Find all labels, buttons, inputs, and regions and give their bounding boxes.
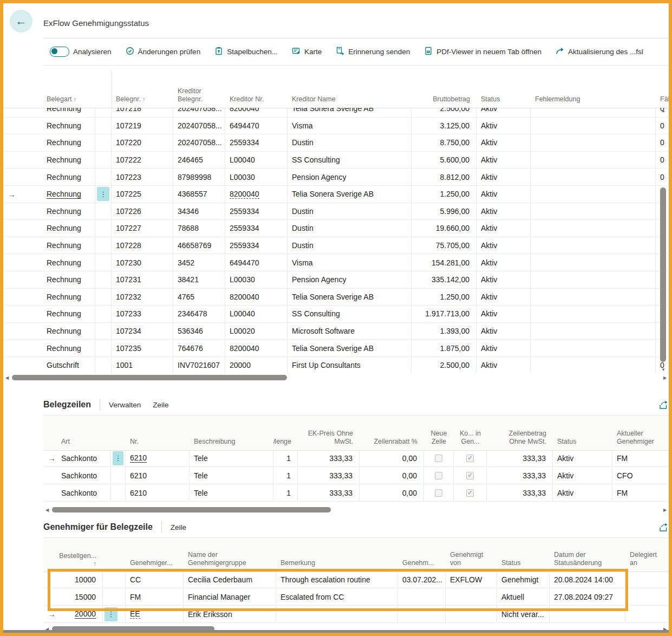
cell-beschreibung[interactable]: Tele [190, 484, 273, 501]
cell-belegart[interactable]: Rechnung [42, 108, 95, 117]
table-row[interactable]: Rechnung1072332346478L00040SS Consulting… [3, 306, 669, 323]
cell-fehlermeldung[interactable] [531, 306, 656, 322]
cell-belegnr[interactable]: 107223 [112, 168, 173, 185]
cell-kreditor-belegnr[interactable]: 87989998 [173, 168, 225, 185]
column-header-aktueller-genehmiger[interactable]: Aktueller Genehmiger [612, 416, 666, 450]
cell-kreditor-name[interactable]: Pension Agency [288, 271, 412, 288]
cell-status[interactable]: Aktiv [477, 203, 531, 220]
table-row[interactable]: →Sachkonto⋮6210Tele1333,330,00✓333,33Akt… [43, 450, 669, 467]
cell-genehmigt-am[interactable] [398, 588, 446, 605]
cell-fehlermeldung[interactable] [531, 168, 656, 185]
row-context-menu-button[interactable]: ⋮ [105, 607, 118, 621]
cell-bruttobetrag[interactable]: 1.875,00 [412, 340, 477, 356]
belegzeilen-menu-verwalten[interactable]: Verwalten [109, 401, 141, 409]
cell-belegnr[interactable]: 107226 [112, 203, 173, 220]
column-header-nr[interactable]: Nr. [126, 416, 190, 450]
cell-fehlermeldung[interactable] [531, 152, 656, 168]
cell-kreditor-belegnr[interactable]: 3452 [173, 254, 225, 271]
checkbox-neue-zeile[interactable] [435, 472, 442, 479]
cell-zeilenrabatt[interactable]: 0,00 [360, 484, 424, 501]
belegzeilen-menu-zeile[interactable]: Zeile [153, 401, 168, 409]
cell-kreditor-name[interactable]: Pension Agency [288, 168, 412, 185]
cell-kreditor-belegnr[interactable]: 202407058... [173, 134, 225, 151]
cell-kreditor-nr[interactable]: L00030 [225, 168, 288, 185]
table-row[interactable]: Rechnung107228466587692559334Dustin75.70… [3, 237, 669, 255]
cell-ek-preis[interactable]: 333,33 [298, 450, 360, 466]
table-row[interactable]: →20000⋮EEErik ErikssonNicht verar... [43, 606, 669, 623]
cell-art[interactable]: Sachkonto [57, 484, 111, 501]
card-button[interactable]: Karte [292, 47, 322, 57]
column-header-status[interactable]: Status [553, 416, 612, 450]
cell-kreditor-name[interactable]: First Up Consultants [288, 357, 412, 373]
cell-fehlermeldung[interactable] [531, 237, 656, 254]
table-row[interactable]: Rechnung107220202407058...2559334Dustin8… [3, 134, 669, 152]
checkbox-neue-zeile[interactable] [435, 489, 442, 497]
cell-bruttobetrag[interactable]: 2.500,00 [412, 357, 477, 373]
cell-belegart[interactable]: Rechnung [42, 340, 95, 356]
cell-fehlermeldung[interactable] [531, 340, 656, 356]
horizontal-scrollbar[interactable]: ◀ ▶ [3, 374, 669, 381]
genehmiger-menu-zeile[interactable]: Zeile [171, 523, 186, 531]
cell-genehmigt-von[interactable] [446, 606, 497, 622]
cell-belegart[interactable]: Rechnung [42, 152, 95, 168]
cell-bestellgen[interactable]: 20000 [57, 606, 103, 622]
cell-datum-statusaenderung[interactable] [550, 606, 625, 622]
cell-art[interactable]: Sachkonto [57, 450, 111, 466]
table-row[interactable]: Gutschrift1001INV702160720000First Up Co… [3, 357, 669, 373]
cell-status[interactable]: Aktiv [477, 220, 531, 237]
cell-status[interactable]: Aktiv [477, 271, 531, 288]
cell-kreditor-nr[interactable]: 6494470 [225, 118, 288, 134]
table-row[interactable]: Rechnung107219202407058...6494470Visma3.… [3, 118, 669, 135]
column-header-bestellgen[interactable]: Bestellgen...↑ [57, 538, 103, 572]
cell-belegart[interactable]: Rechnung [42, 168, 95, 185]
cell-genehmiger[interactable]: FM [126, 588, 184, 605]
cell-kreditor-name[interactable]: Telia Sonera Sverige AB [288, 186, 412, 203]
cell-zeilenrabatt[interactable]: 0,00 [360, 450, 424, 466]
cell-aktueller-genehmiger[interactable]: CFO [612, 467, 666, 484]
cell-fehlermeldung[interactable] [531, 118, 656, 134]
cell-status[interactable]: Aktiv [477, 168, 531, 185]
column-header-zeilenbetrag[interactable]: Zeilenbetrag Ohne MwSt. [487, 416, 553, 450]
cell-status[interactable]: Aktiv [553, 484, 612, 501]
cell-kreditor-nr[interactable]: L00030 [225, 271, 288, 288]
column-header-art[interactable]: Art [57, 416, 111, 450]
column-header-bemerkung[interactable]: Bemerkung [276, 538, 398, 572]
cell-belegnr[interactable]: 107225 [112, 186, 173, 203]
vertical-scrollbar[interactable]: ▲ ▼ [660, 108, 667, 375]
cell-kreditor-belegnr[interactable]: 246465 [173, 152, 225, 168]
table-row[interactable]: Rechnung107234536346L00020Microsoft Soft… [3, 323, 669, 340]
horizontal-scroll-thumb[interactable] [12, 375, 287, 380]
scroll-right-icon[interactable]: ▶ [661, 508, 669, 512]
cell-belegnr[interactable]: 107228 [112, 237, 173, 254]
cell-status[interactable]: Aktiv [477, 186, 531, 203]
column-header-genehmigt-von[interactable]: Genehmigt von [446, 538, 497, 572]
cell-fehlermeldung[interactable] [531, 271, 656, 288]
cell-belegart[interactable]: Rechnung [42, 254, 95, 271]
cell-kreditor-belegnr[interactable]: 4765 [173, 289, 225, 306]
cell-genehmigergruppe-name[interactable]: Cecilia Cederbaum [184, 571, 276, 588]
cell-menge[interactable]: 1 [273, 450, 298, 466]
cell-genehmigt-von[interactable] [446, 588, 497, 605]
column-header-genehmigt-am[interactable]: Genehm... [398, 538, 446, 572]
scroll-down-icon[interactable]: ▼ [660, 367, 667, 372]
cell-kreditor-nr[interactable]: 2559334 [225, 220, 288, 237]
cell-status[interactable]: Aktiv [477, 306, 531, 322]
table-row[interactable]: Sachkonto6210Tele1333,330,00✓333,33Aktiv… [43, 484, 669, 502]
cell-zeilenrabatt[interactable]: 0,00 [360, 467, 424, 484]
cell-status[interactable]: Aktiv [477, 152, 531, 168]
column-header-fehlermeldung[interactable]: Fehlermeldung [531, 70, 656, 108]
cell-menge[interactable]: 1 [273, 467, 298, 484]
vertical-scroll-thumb[interactable] [660, 187, 666, 362]
cell-belegnr[interactable]: 1001 [112, 357, 173, 373]
cell-belegnr[interactable]: 107232 [112, 289, 173, 306]
cell-fehlermeldung[interactable] [531, 186, 656, 203]
analyze-toggle[interactable]: Analysieren [50, 47, 112, 57]
table-row[interactable]: Rechnung107222246465L00040SS Consulting5… [3, 152, 669, 169]
cell-kreditor-nr[interactable]: 6494470 [225, 254, 288, 271]
cell-status[interactable]: Aktiv [477, 289, 531, 306]
cell-belegart[interactable]: Rechnung [42, 289, 95, 306]
cell-fehlermeldung[interactable] [531, 203, 656, 220]
checkbox-neue-zeile[interactable] [435, 455, 442, 462]
column-header-status[interactable]: Status [477, 70, 531, 108]
table-row[interactable]: Rechnung107218202407058...8200040Telia S… [3, 108, 669, 118]
